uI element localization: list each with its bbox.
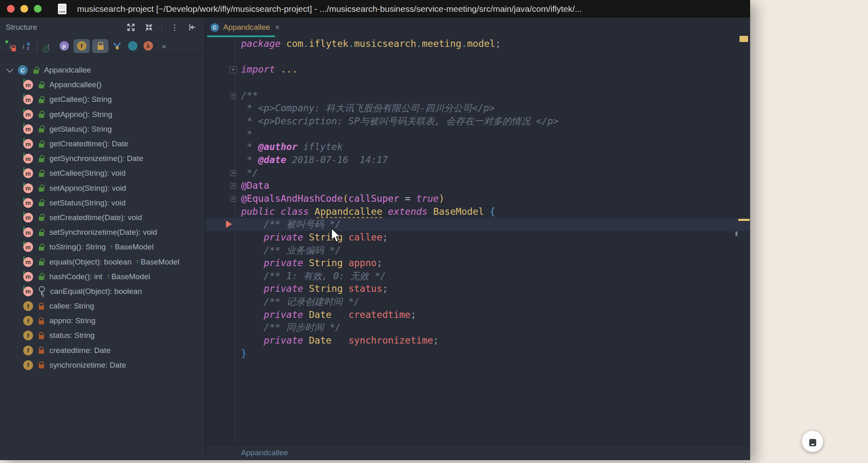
error-stripe-caret-mark[interactable]: [735, 232, 737, 236]
code-line[interactable]: * <p>Company: 科大讯飞股份有限公司-四川分公司</p>: [206, 102, 750, 115]
code-line[interactable]: /** 同步时间 */: [206, 321, 750, 334]
lombok-badge: L: [23, 225, 26, 232]
zoom-window-button[interactable]: [34, 5, 42, 13]
collapse-all-icon[interactable]: [144, 22, 154, 33]
more-toolbar-icon[interactable]: »: [157, 39, 170, 53]
code-line[interactable]: * @date 2018-07-16 14:17: [206, 154, 750, 167]
code-line[interactable]: private String status;: [206, 282, 750, 295]
code-line[interactable]: /** 记录创建时间 */: [206, 295, 750, 309]
group-methods-icon[interactable]: [111, 39, 123, 53]
tree-item[interactable]: mLequals(Object): boolean↑BaseModel: [0, 254, 205, 269]
protected-key-icon: [39, 286, 45, 292]
fold-region-icon[interactable]: ∧: [230, 196, 236, 202]
inherited-from-arrow-icon: ↑: [106, 272, 110, 281]
public-lock-icon: [33, 70, 39, 74]
tree-item[interactable]: mLgetAppno(): String: [0, 107, 205, 122]
lombok-badge: L: [23, 196, 26, 202]
code-line[interactable]: ∧@EqualsAndHashCode(callSuper = true): [206, 192, 750, 205]
show-lambdas-icon[interactable]: λ: [142, 39, 154, 53]
tree-item[interactable]: mLsetCreatedtime(Date): void: [0, 210, 205, 225]
tree-item[interactable]: fcreatedtime: Date: [0, 343, 205, 358]
tree-item[interactable]: mLgetCallee(): String: [0, 92, 205, 107]
code-text: import ...: [241, 64, 298, 75]
expand-all-icon[interactable]: [126, 22, 136, 33]
code-line[interactable]: /** 被叫号码 */: [206, 218, 750, 231]
sort-by-visibility-icon[interactable]: ↓: [4, 39, 16, 53]
code-line[interactable]: /** 1: 有效, 0: 无效 */: [206, 270, 750, 283]
show-inherited-icon[interactable]: ↑ I: [42, 39, 55, 53]
tree-item[interactable]: mLsetAppno(String): void: [0, 181, 205, 196]
tree-item[interactable]: mLsetCallee(String): void: [0, 166, 205, 181]
private-lock-icon: [39, 364, 44, 368]
show-properties-icon[interactable]: p: [58, 39, 70, 53]
minimize-window-button[interactable]: [20, 5, 28, 13]
tab-close-icon[interactable]: ×: [275, 23, 279, 32]
gutter-run-marker-icon[interactable]: [226, 220, 232, 228]
close-window-button[interactable]: [7, 5, 15, 13]
code-line[interactable]: private String callee;: [206, 231, 750, 244]
code-line[interactable]: * <p>Description: SP与被叫号码关联表, 会存在一对多的情况 …: [206, 115, 750, 128]
code-line[interactable]: +import ...: [206, 63, 750, 76]
scope-filter-icon[interactable]: [126, 39, 139, 53]
fold-region-icon[interactable]: ∧: [230, 170, 236, 176]
code-line[interactable]: package com.iflytek.musicsearch.meeting.…: [206, 37, 750, 51]
tree-item[interactable]: mLAppandcallee(): [0, 77, 205, 92]
code-text: /** 被叫号码 */: [241, 219, 341, 229]
tree-item[interactable]: fappno: String: [0, 313, 205, 328]
tree-item-label: canEqual(Object): boolean: [50, 287, 142, 296]
tree-item[interactable]: mLtoString(): String↑BaseModel: [0, 240, 205, 254]
tree-item[interactable]: mLsetStatus(String): void: [0, 196, 205, 210]
code-line[interactable]: * @author iflytek: [206, 141, 750, 154]
tree-item[interactable]: mLhashCode(): int↑BaseModel: [0, 269, 205, 284]
code-line[interactable]: /** 业务编码 */: [206, 244, 750, 257]
error-stripe-warning-mark[interactable]: [738, 219, 750, 221]
code-line[interactable]: *: [206, 128, 750, 141]
code-line[interactable]: [206, 76, 750, 89]
code-text: /** 同步时间 */: [241, 322, 341, 333]
hide-panel-icon[interactable]: [187, 22, 198, 33]
class-icon: C: [210, 23, 219, 32]
code-line[interactable]: public class Appandcallee extends BaseMo…: [206, 205, 750, 218]
fold-region-icon[interactable]: ∨: [230, 93, 236, 99]
code-line[interactable]: ∨/**: [206, 89, 750, 102]
tree-item-label: setSynchronizetime(Date): void: [49, 228, 157, 237]
code-line[interactable]: private Date createdtime;: [206, 309, 750, 322]
code-editor[interactable]: package com.iflytek.musicsearch.meeting.…: [206, 37, 750, 445]
tree-item[interactable]: mLsetSynchronizetime(Date): void: [0, 225, 205, 240]
tree-item[interactable]: fcallee: String: [0, 299, 205, 313]
code-line[interactable]: private Date synchronizetime;: [206, 334, 750, 347]
tree-item-label: getSynchronizetime(): Date: [49, 154, 143, 163]
file-status-warning-indicator[interactable]: [740, 36, 748, 42]
tab-appandcallee[interactable]: C Appandcallee ×: [210, 18, 279, 37]
tree-item[interactable]: mLgetCreatedtime(): Date: [0, 137, 205, 151]
tree-item[interactable]: fsynchronizetime: Date: [0, 358, 205, 373]
panel-options-icon[interactable]: ⋮: [169, 22, 180, 33]
mouse-cursor: [330, 228, 342, 244]
code-line[interactable]: ∧ */: [206, 167, 750, 180]
method-icon: mL: [23, 183, 33, 193]
method-icon: mL: [23, 287, 33, 296]
floating-desktop-button[interactable]: [802, 431, 823, 452]
tree-item[interactable]: CAppandcallee: [0, 63, 205, 77]
code-line[interactable]: private String appno;: [206, 257, 750, 270]
code-line[interactable]: [206, 51, 750, 64]
floating-button-glyph: [809, 439, 816, 446]
tree-item[interactable]: mLcanEqual(Object): boolean: [0, 284, 205, 299]
breadcrumb-item-class[interactable]: Appandcallee: [241, 448, 288, 457]
lombok-badge: L: [23, 122, 26, 128]
method-icon: mL: [23, 124, 33, 134]
chevron-down-icon[interactable]: [7, 66, 13, 73]
code-line[interactable]: ∨@Data: [206, 179, 750, 192]
fold-region-icon[interactable]: ∨: [230, 183, 236, 189]
code-text: }: [241, 348, 247, 359]
tree-item[interactable]: mLgetStatus(): String: [0, 122, 205, 137]
tree-item[interactable]: fstatus: String: [0, 328, 205, 343]
show-fields-icon[interactable]: f: [73, 39, 90, 53]
tree-item[interactable]: mLgetSynchronizetime(): Date: [0, 151, 205, 166]
structure-panel-header: Structure ⋮: [0, 18, 205, 37]
sort-alphabetically-icon[interactable]: ↓ az: [20, 39, 32, 53]
method-icon: mL: [23, 227, 33, 237]
fold-expand-icon[interactable]: +: [230, 66, 237, 73]
show-non-public-icon[interactable]: [92, 39, 108, 53]
code-line[interactable]: }: [206, 347, 750, 360]
